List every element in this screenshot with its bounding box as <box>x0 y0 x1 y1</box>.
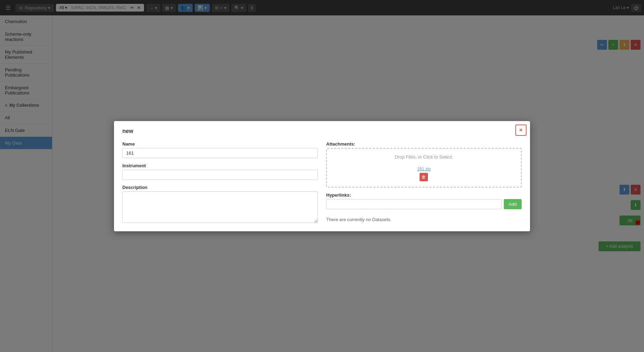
attachment-filename[interactable]: 161.zip <box>417 167 431 171</box>
attachment-delete-button[interactable]: 🗑 <box>420 173 428 181</box>
description-textarea[interactable] <box>122 191 318 223</box>
name-form-group: Name <box>122 141 318 158</box>
hyperlinks-input[interactable] <box>326 199 502 209</box>
name-input[interactable] <box>122 148 318 158</box>
modal-body: Name Instrument Description <box>122 141 522 223</box>
attachments-group: Attachments: Drop Files, or Click to Sel… <box>326 141 522 188</box>
hyperlinks-row: Add <box>326 199 522 209</box>
description-label: Description <box>122 185 318 190</box>
drop-zone[interactable]: Drop Files, or Click to Select. 161.zip … <box>326 148 522 188</box>
hyperlinks-add-button[interactable]: Add <box>504 199 522 209</box>
attachments-label: Attachments: <box>326 141 522 147</box>
no-datasets-text: There are currently no Datasets. <box>326 217 522 222</box>
drop-zone-text: Drop Files, or Click to Select. <box>395 154 453 160</box>
instrument-form-group: Instrument <box>122 163 318 180</box>
instrument-label: Instrument <box>122 163 318 168</box>
name-label: Name <box>122 141 318 147</box>
modal-overlay: × new Name Instrument <box>0 0 644 352</box>
modal-dialog: × new Name Instrument <box>114 121 530 231</box>
attachment-item: 161.zip 🗑 <box>417 167 431 181</box>
hyperlinks-label: Hyperlinks: <box>326 192 522 198</box>
modal-left-column: Name Instrument Description <box>122 141 318 223</box>
modal-close-button[interactable]: × <box>515 125 527 136</box>
instrument-input[interactable] <box>122 170 318 180</box>
modal-title: new <box>122 128 522 134</box>
description-form-group: Description <box>122 185 318 223</box>
hyperlinks-group: Hyperlinks: Add <box>326 192 522 209</box>
modal-right-column: Attachments: Drop Files, or Click to Sel… <box>326 141 522 223</box>
